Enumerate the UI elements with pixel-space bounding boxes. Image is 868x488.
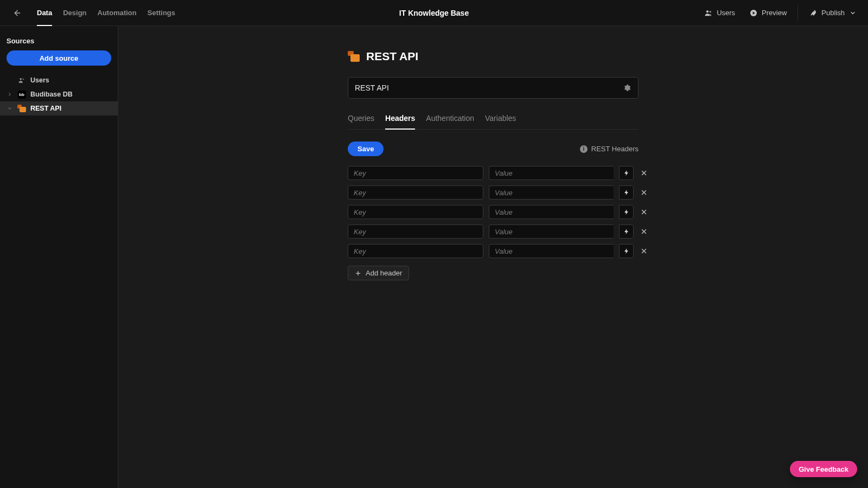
chevron-down-icon <box>7 106 13 111</box>
lightning-icon <box>623 189 630 196</box>
remove-header-button[interactable] <box>639 168 649 178</box>
header-row <box>348 166 639 180</box>
subtab-variables[interactable]: Variables <box>485 114 516 129</box>
close-icon <box>640 169 648 177</box>
topbar-right: Users Preview Publish <box>698 5 858 21</box>
save-button[interactable]: Save <box>348 142 384 156</box>
header-value-input[interactable] <box>489 185 614 200</box>
preview-button[interactable]: Preview <box>743 5 793 21</box>
sidebar-item-users[interactable]: Users <box>0 73 118 87</box>
remove-header-button[interactable] <box>639 246 649 256</box>
rest-api-icon <box>348 51 360 62</box>
header-value-input[interactable] <box>489 224 614 239</box>
svg-point-1 <box>706 10 709 12</box>
content: Sources Add source Users bb Budibase DB <box>0 26 868 488</box>
chevron-down-icon <box>850 10 856 16</box>
app-title: IT Knowledge Base <box>399 9 469 17</box>
header-row <box>348 205 639 219</box>
svg-point-2 <box>710 11 711 12</box>
users-button[interactable]: Users <box>698 5 742 21</box>
topbar-left: Data Design Automation Settings <box>10 0 181 26</box>
arrow-left-icon <box>13 9 22 17</box>
give-feedback-button[interactable]: Give Feedback <box>790 461 857 477</box>
svg-point-6 <box>23 79 24 80</box>
header-key-input[interactable] <box>348 224 483 239</box>
svg-point-5 <box>20 78 22 80</box>
close-icon <box>640 228 648 235</box>
tab-settings[interactable]: Settings <box>142 0 181 26</box>
plus-icon <box>355 270 361 277</box>
back-button[interactable] <box>10 5 25 21</box>
bindings-button[interactable] <box>619 185 634 200</box>
lightning-icon <box>623 228 630 235</box>
chevron-right-icon <box>7 92 13 97</box>
close-icon <box>640 208 648 216</box>
users-label: Users <box>717 9 735 17</box>
rest-headers-help[interactable]: i REST Headers <box>580 145 639 153</box>
main-panel: REST API Queries Headers Authentication … <box>118 26 868 488</box>
datasource-name-input[interactable] <box>355 84 623 92</box>
settings-button[interactable] <box>623 84 631 92</box>
topbar: Data Design Automation Settings IT Knowl… <box>0 0 868 26</box>
close-icon <box>640 247 648 255</box>
header-value-wrap <box>489 244 614 258</box>
datasource-name-row <box>348 77 639 99</box>
bindings-button[interactable] <box>619 244 634 258</box>
sidebar-item-budibase-db[interactable]: bb Budibase DB <box>0 87 118 101</box>
subtab-authentication[interactable]: Authentication <box>426 114 474 129</box>
header-key-input[interactable] <box>348 244 483 258</box>
publish-label: Publish <box>821 9 845 17</box>
header-value-input[interactable] <box>489 244 614 258</box>
header-row <box>348 185 639 200</box>
tab-design[interactable]: Design <box>58 0 92 26</box>
sidebar-item-rest-api[interactable]: REST API <box>0 101 118 115</box>
lightning-icon <box>623 248 630 254</box>
play-circle-icon <box>749 9 758 17</box>
bindings-button[interactable] <box>619 205 634 219</box>
add-source-button[interactable]: Add source <box>7 50 111 66</box>
publish-button[interactable]: Publish <box>802 5 858 21</box>
gear-icon <box>623 84 631 92</box>
remove-header-button[interactable] <box>639 187 649 198</box>
remove-header-button[interactable] <box>639 207 649 217</box>
page-title: REST API <box>366 50 418 63</box>
users-icon <box>17 76 26 85</box>
page-title-row: REST API <box>348 50 639 63</box>
info-icon: i <box>580 145 588 153</box>
sidebar: Sources Add source Users bb Budibase DB <box>0 26 118 488</box>
lightning-icon <box>623 170 630 176</box>
rest-api-icon <box>17 104 26 113</box>
sub-tabs: Queries Headers Authentication Variables <box>348 114 639 130</box>
top-tabs: Data Design Automation Settings <box>31 0 181 26</box>
header-row <box>348 244 639 258</box>
preview-label: Preview <box>762 9 787 17</box>
header-row <box>348 224 639 239</box>
header-value-input[interactable] <box>489 205 614 219</box>
header-key-input[interactable] <box>348 185 483 200</box>
header-value-wrap <box>489 205 614 219</box>
header-key-input[interactable] <box>348 205 483 219</box>
header-value-wrap <box>489 166 614 180</box>
rest-headers-label: REST Headers <box>591 145 639 153</box>
tab-data[interactable]: Data <box>31 0 58 26</box>
users-icon <box>704 9 713 17</box>
header-key-input[interactable] <box>348 166 483 180</box>
add-header-label: Add header <box>366 269 402 277</box>
subtab-queries[interactable]: Queries <box>348 114 374 129</box>
header-value-input[interactable] <box>489 166 614 180</box>
rocket-icon <box>809 9 818 17</box>
divider <box>797 5 798 21</box>
header-rows <box>348 166 639 258</box>
bindings-button[interactable] <box>619 166 634 180</box>
header-value-wrap <box>489 185 614 200</box>
tab-automation[interactable]: Automation <box>92 0 142 26</box>
sidebar-item-label: Users <box>30 76 49 84</box>
lightning-icon <box>623 209 630 215</box>
remove-header-button[interactable] <box>639 226 649 237</box>
bindings-button[interactable] <box>619 224 634 239</box>
add-header-button[interactable]: Add header <box>348 266 409 280</box>
subtab-headers[interactable]: Headers <box>385 114 415 129</box>
sidebar-item-label: REST API <box>30 105 61 112</box>
header-value-wrap <box>489 224 614 239</box>
bb-icon: bb <box>17 90 26 99</box>
